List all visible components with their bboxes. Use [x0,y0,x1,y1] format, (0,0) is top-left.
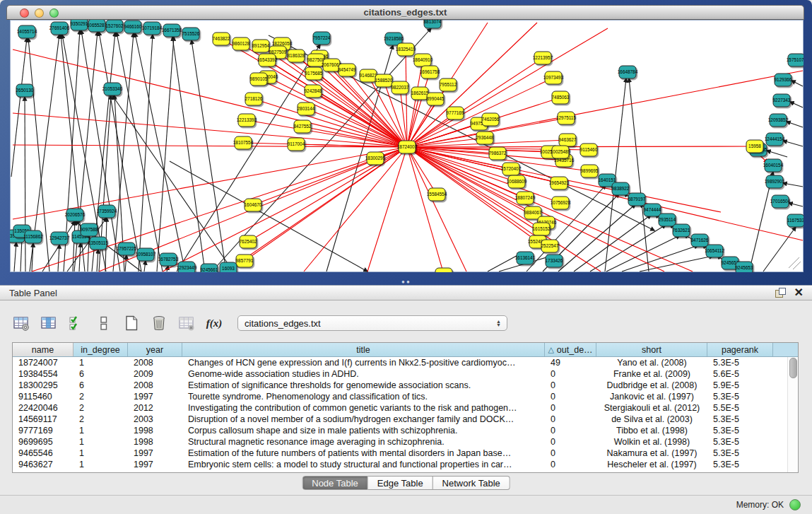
graph-node[interactable]: 2936448 [476,132,494,144]
table-row[interactable]: 946362711997Embryonic stem cells: a mode… [13,459,798,470]
graph-node[interactable]: 10719184 [142,22,163,35]
graph-node[interactable]: 9463627 [559,134,577,146]
graph-node[interactable]: 2803144 [298,103,315,115]
graph-node[interactable]: 10655287 [87,20,107,32]
graph-node[interactable]: 2650130 [16,84,34,97]
graph-node[interactable]: 15751074 [787,54,804,66]
graph-node[interactable]: 2522547 [541,240,559,252]
graph-node[interactable]: 8454749 [339,64,356,76]
graph-node[interactable]: 10025489 [551,146,571,158]
graph-node[interactable]: 1604670 [245,199,262,211]
graph-node[interactable]: 12942737 [49,232,70,245]
graph-node[interactable]: 9097588 [81,223,98,236]
graph-node[interactable]: 9175685 [305,67,323,80]
graph-node[interactable]: 9227343 [773,94,791,107]
graph-node[interactable]: 12444154 [765,133,785,146]
graph-node[interactable]: 8813074 [424,20,442,28]
graph-node[interactable]: 12213393 [237,114,257,127]
panel-divider-handle[interactable]: ● ● [400,279,411,284]
graph-node[interactable]: 7515526 [182,28,200,40]
graph-node[interactable]: 9115460 [580,144,598,156]
graph-node[interactable]: 11156862 [23,230,43,243]
column-header-short[interactable]: short [596,343,707,356]
table-row[interactable]: 946554611997Estimation of the future num… [13,448,798,459]
graph-node[interactable]: 16648784 [618,66,638,78]
graph-node[interactable]: 18640910 [413,54,433,66]
table-row[interactable]: 977716911998Corpus callosum shape and si… [13,425,798,436]
table-row[interactable]: 1830029562008Estimation of significance … [13,380,798,391]
graph-node[interactable]: 21053346 [102,83,123,95]
graph-node[interactable]: 15584554 [427,188,447,201]
deselect-all-icon[interactable] [94,313,114,333]
graph-node[interactable]: 8186328 [288,49,305,62]
graph-node[interactable]: 19892901 [765,175,785,188]
graph-node[interactable]: 17016504 [770,195,791,208]
table-row[interactable]: 1872400712008Changes of HCN gene express… [13,357,798,368]
graph-node[interactable]: 9466160 [124,21,142,33]
graph-node[interactable]: 18807249 [515,192,536,204]
graph-node[interactable]: 9899695 [581,165,599,177]
graph-node[interactable]: 7625402 [240,235,257,248]
table-row[interactable]: 969969511998Structural magnetic resonanc… [13,436,798,448]
function-builder-icon[interactable]: f(x) [204,313,224,333]
graph-node[interactable]: 18300295 [365,152,386,165]
table-options-icon[interactable] [11,313,31,333]
graph-node[interactable]: 1588520 [375,74,393,87]
graph-node[interactable]: 15958 [746,140,763,153]
graph-node[interactable]: 9857791 [236,255,254,267]
graph-node[interactable]: 8471626 [691,234,709,247]
graph-node[interactable]: 13505115 [88,237,108,250]
graph-node[interactable]: 9822037 [392,81,409,94]
graph-node[interactable]: 10688609 [507,175,527,188]
graph-node[interactable]: 15720407 [501,163,522,175]
tab-edge-table[interactable]: Edge Table [368,476,433,490]
graph-node[interactable]: 9242848 [305,85,322,98]
graph-node[interactable]: 9474444 [644,204,661,216]
column-header-title[interactable]: title [182,343,545,356]
graph-node[interactable]: 9838922 [612,182,630,195]
graph-node[interactable]: 9117004 [288,138,305,151]
graph-node[interactable]: 9902410 [435,268,453,272]
graph-node[interactable]: 16040154 [763,159,784,172]
graph-node[interactable]: 9860128 [233,37,250,50]
graph-node[interactable]: 9245653 [736,262,753,272]
graph-node[interactable]: 20206576 [65,209,86,221]
graph-node[interactable]: 16671358 [162,24,182,37]
graph-node[interactable]: 8427552 [294,120,312,133]
network-canvas[interactable]: 1405571427691406935029110655287152760294… [10,20,804,272]
graph-node[interactable]: 7463822 [213,33,230,45]
graph-node[interactable]: 18724007 [397,141,418,153]
graph-node[interactable]: 2718126 [245,93,263,105]
graph-node[interactable]: 8990445 [427,93,445,105]
table-row[interactable]: 1456911722003Disruption of a novel membe… [13,414,798,425]
graph-node[interactable]: 12975115 [556,112,576,124]
graph-node[interactable]: 27691406 [49,22,70,35]
graph-node[interactable]: 9350291 [71,20,88,30]
table-vertical-scrollbar[interactable] [787,357,797,472]
graph-node[interactable]: 18325419 [396,43,416,56]
node-table[interactable]: namein_degreeyeartitle△out_de…shortpager… [12,342,799,473]
close-panel-icon[interactable]: ✕ [794,287,804,298]
column-header-name[interactable]: name [13,343,73,356]
graph-node[interactable]: 16136141 [515,252,536,264]
graph-node[interactable]: 1527602 [106,20,124,33]
graph-node[interactable]: 12213957 [533,52,553,64]
graph-node[interactable]: 6879197 [628,193,646,206]
graph-node[interactable]: 10958107 [136,248,156,261]
graph-node[interactable]: 18107554 [233,136,254,149]
table-row[interactable]: 2242004622012Investigating the contribut… [13,402,798,414]
table-row[interactable]: 911546021997Tourette syndrome. Phenomeno… [13,391,798,402]
tab-network-table[interactable]: Network Table [433,476,510,490]
column-header-out_de[interactable]: △out_de… [545,343,596,356]
delete-table-icon[interactable] [177,313,196,333]
graph-node[interactable]: 14055714 [17,25,37,38]
column-header-year[interactable]: year [128,343,182,356]
new-table-icon[interactable] [122,313,141,333]
graph-node[interactable]: 12093852 [768,114,789,127]
graph-node[interactable]: 12923449 [177,262,197,272]
graph-node[interactable]: 9129366 [775,74,792,86]
delete-entries-icon[interactable] [149,313,169,333]
scrollbar-thumb[interactable] [789,358,797,378]
graph-node[interactable]: 7462056 [482,113,500,126]
column-header-pagerank[interactable]: pagerank [707,343,773,356]
